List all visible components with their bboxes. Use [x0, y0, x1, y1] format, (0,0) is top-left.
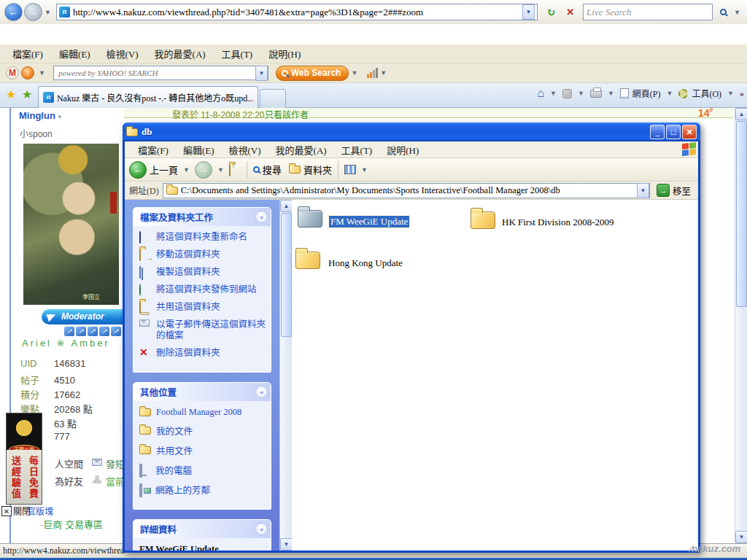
explorer-forward-icon[interactable]: →	[195, 161, 212, 179]
menu-file[interactable]: 檔案(F)	[4, 47, 51, 61]
web-search-button[interactable]: Web Search	[276, 66, 349, 81]
live-search-input[interactable]	[587, 7, 709, 18]
explorer-menu-tools[interactable]: 工具(T)	[334, 143, 380, 157]
yahoo-search-dropdown-icon[interactable]: ▼	[255, 66, 268, 81]
task-pane-scrollbar[interactable]: ▲ ▼	[279, 200, 292, 551]
address-combo[interactable]: ▼	[163, 183, 650, 198]
stop-icon[interactable]: ✕	[562, 4, 578, 20]
yahoo-search-input[interactable]	[54, 69, 255, 77]
scroll-down-icon[interactable]: ▼	[280, 538, 293, 551]
explorer-forward-dropdown-icon[interactable]: ▼	[215, 166, 226, 174]
task-delete-folder[interactable]: ✕刪除這個資料夾	[139, 348, 266, 359]
rss-icon[interactable]	[562, 89, 572, 98]
task-email-folder[interactable]: 以電子郵件傳送這個資料夾的檔案	[139, 319, 266, 341]
explorer-folders-icon[interactable]	[289, 166, 301, 174]
page-scrollbar[interactable]: ▲ ▼	[735, 108, 747, 543]
folder-icon-selected[interactable]	[298, 210, 322, 228]
place-shared-documents[interactable]: 共用文件	[139, 443, 266, 457]
menu-help[interactable]: 說明(H)	[260, 47, 309, 61]
place-my-documents[interactable]: 我的文件	[139, 424, 266, 438]
task-publish-folder[interactable]: 將這個資料夾發佈到網站	[139, 284, 266, 295]
explorer-maximize-button[interactable]: □	[666, 125, 681, 139]
favorites-star-icon[interactable]: ★	[6, 88, 16, 101]
collapse-chevron-icon[interactable]: «	[255, 523, 268, 535]
explorer-search-label[interactable]: 搜尋	[263, 163, 282, 176]
sidebar-ad-banner[interactable]: 天龍八部 送經驗值 每日免費	[6, 413, 42, 505]
page-icon[interactable]	[620, 88, 629, 98]
url-field[interactable]: n ▼	[56, 4, 538, 20]
tools-dropdown-icon[interactable]: ▼	[725, 90, 736, 97]
folder-icon[interactable]	[295, 252, 320, 269]
only-author-link[interactable]: 只看該作者	[265, 108, 309, 120]
explorer-close-button[interactable]: ✕	[682, 125, 697, 139]
panel-header[interactable]: 檔案及資料夾工作 «	[133, 208, 271, 226]
explorer-menu-file[interactable]: 檔案(F)	[131, 143, 176, 157]
views-dropdown-icon[interactable]: ▼	[359, 166, 370, 174]
explorer-back-icon[interactable]: ←	[129, 161, 147, 179]
task-copy-folder[interactable]: 複製這個資料夾	[139, 267, 266, 278]
toolbar-dropdown-icon[interactable]: ▼	[36, 69, 47, 77]
explorer-menu-help[interactable]: 說明(H)	[379, 143, 426, 157]
folder-view[interactable]: FM WeeGiE Update HK First Division 2008-…	[292, 200, 698, 551]
scroll-thumb[interactable]	[736, 121, 747, 307]
poster-username[interactable]: Minglun ▾	[19, 110, 61, 121]
toolbar-m-logo-icon[interactable]: M	[6, 66, 19, 79]
scroll-up-icon[interactable]: ▲	[280, 200, 293, 212]
ad-close-icon[interactable]: ✕	[1, 506, 12, 516]
scroll-thumb[interactable]	[281, 213, 292, 337]
task-rename-folder[interactable]: 將這個資料夾重新命名	[139, 232, 266, 243]
partial-forum-link[interactable]: 官版塊	[27, 505, 53, 517]
views-icon[interactable]	[344, 165, 356, 174]
web-search-dropdown-icon[interactable]: ▼	[349, 69, 360, 77]
post-floor-number[interactable]: 14#	[698, 106, 713, 119]
more-commands-chevron[interactable]: »	[740, 88, 744, 99]
explorer-minimize-button[interactable]: _	[650, 125, 665, 139]
place-network[interactable]: 網路上的芳鄰	[139, 483, 266, 497]
menu-view[interactable]: 檢視(V)	[98, 47, 147, 61]
trade-area-link[interactable]: ·巨商 交易專區	[40, 517, 103, 531]
search-magnifier-icon[interactable]	[715, 4, 732, 20]
place-my-computer[interactable]: 我的電腦	[139, 463, 266, 477]
explorer-menu-favorites[interactable]: 我的最愛(A)	[268, 143, 334, 157]
explorer-folders-label[interactable]: 資料夾	[303, 163, 332, 176]
user-space-link[interactable]: 人空間	[55, 456, 83, 470]
up-folder-icon[interactable]: ↑	[229, 165, 241, 175]
collapse-chevron-icon[interactable]: «	[255, 211, 268, 223]
tools-menu[interactable]: 工具(O)	[692, 87, 721, 100]
panel-header[interactable]: 其他位置 «	[133, 383, 271, 401]
history-dropdown-icon[interactable]: ▼	[42, 9, 53, 16]
menu-tools[interactable]: 工具(T)	[214, 47, 261, 61]
task-move-folder[interactable]: →移動這個資料夾	[139, 249, 266, 260]
explorer-back-dropdown-icon[interactable]: ▼	[181, 166, 192, 174]
folder-icon[interactable]	[471, 211, 495, 229]
toolbar-up-icon[interactable]: ↑	[21, 66, 34, 79]
print-icon[interactable]	[590, 90, 602, 98]
rss-dropdown-icon[interactable]: ▼	[576, 90, 587, 97]
page-dropdown-icon[interactable]: ▼	[664, 90, 675, 97]
live-search-box[interactable]	[583, 4, 713, 20]
address-dropdown-icon[interactable]: ▼	[637, 183, 649, 198]
task-share-folder[interactable]: 共用這個資料夾	[139, 302, 266, 313]
scroll-down-icon[interactable]: ▼	[735, 531, 747, 543]
yahoo-search-box[interactable]: ▼	[53, 66, 268, 80]
address-input[interactable]	[181, 185, 637, 196]
go-button[interactable]: →移至	[654, 184, 694, 198]
signal-bars-icon[interactable]	[367, 68, 378, 78]
explorer-back-label[interactable]: 上一頁	[150, 163, 178, 176]
tools-gear-icon[interactable]	[678, 89, 688, 98]
signal-dropdown-icon[interactable]: ▼	[378, 69, 389, 77]
add-friend-link[interactable]: 為好友	[55, 474, 83, 488]
scroll-up-icon[interactable]: ▲	[735, 108, 747, 120]
url-input[interactable]	[73, 7, 522, 18]
forward-button[interactable]: →	[24, 3, 42, 21]
explorer-menu-edit[interactable]: 編輯(E)	[176, 143, 222, 157]
home-dropdown-icon[interactable]: ▼	[548, 90, 559, 97]
url-dropdown-icon[interactable]: ▼	[522, 4, 535, 20]
refresh-icon[interactable]: ↻	[543, 4, 560, 20]
message-icon[interactable]	[92, 459, 102, 466]
back-button[interactable]: ←	[4, 3, 23, 21]
menu-edit[interactable]: 編輯(E)	[51, 47, 98, 61]
page-menu[interactable]: 網頁(P)	[632, 87, 661, 100]
place-football-manager-2008[interactable]: Football Manager 2008	[139, 407, 266, 418]
collapse-chevron-icon[interactable]: «	[255, 386, 268, 398]
